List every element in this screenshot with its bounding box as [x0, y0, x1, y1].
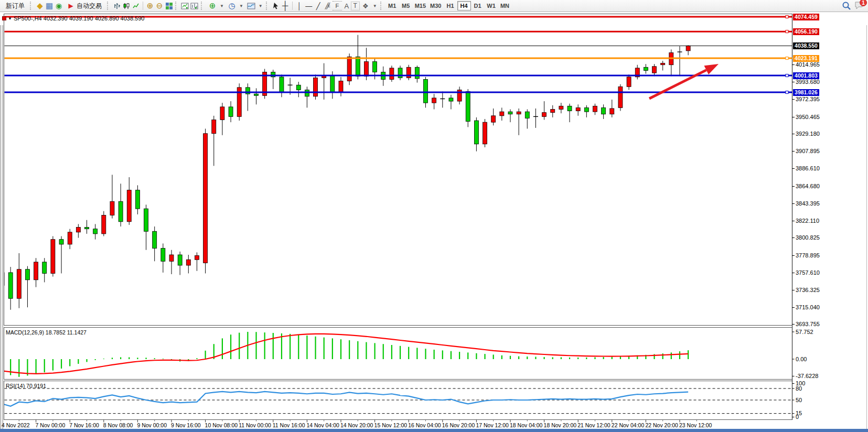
vertical-line-tool-icon[interactable]: │ [295, 1, 304, 10]
candle-body [17, 269, 21, 299]
timeframe-button-m15[interactable]: M15 [413, 1, 428, 10]
fibonacci-tool-icon[interactable]: F [333, 1, 342, 10]
candle-body [432, 98, 436, 103]
chevron-down-icon: ▼ [373, 4, 377, 8]
line-handle[interactable] [786, 57, 788, 60]
search-icon[interactable] [842, 1, 851, 10]
time-axis-label: 10 Nov 08:00 [205, 422, 238, 428]
timeframe-button-h1[interactable]: H1 [444, 1, 457, 10]
autotrade-icon: ▶ [67, 1, 74, 10]
line-chart-icon[interactable] [131, 1, 141, 10]
candle-body [330, 75, 335, 92]
candle-body [220, 107, 224, 120]
candle-body [59, 240, 63, 244]
price-tick-label: 3800.825 [796, 234, 820, 241]
chart-window-icon[interactable] [180, 1, 190, 10]
toolbar-grip [30, 2, 34, 10]
channel-tool-icon[interactable]: ╱╱E [323, 1, 333, 10]
timeframe-button-w1[interactable]: W1 [485, 1, 498, 10]
toolbar-separator [143, 2, 143, 10]
time-axis-label: 17 Nov 12:00 [476, 422, 508, 428]
crosshair-icon[interactable]: ┼ [281, 1, 290, 10]
cursor-icon[interactable] [271, 1, 281, 10]
timeframe-button-m30[interactable]: M30 [428, 1, 443, 10]
macd-indicator-label: MACD(12,26,9) 18.7852 11.1427 [6, 329, 87, 336]
time-axis-label: 7 Nov 16:00 [69, 422, 99, 428]
candle-body [449, 98, 453, 101]
candle-body [229, 107, 233, 117]
price-line-badge: 4056.190 [793, 28, 819, 35]
trendline-tool-icon[interactable]: ╱ [314, 1, 323, 10]
candle-body [525, 112, 529, 118]
chart-canvas[interactable] [0, 0, 868, 432]
timeframe-button-m1[interactable]: M1 [385, 1, 399, 10]
candle-body [661, 63, 665, 65]
candle-body [686, 46, 690, 51]
time-axis-label: 9 Nov 16:00 [171, 422, 201, 428]
zoom-out-icon[interactable]: ⊖ [155, 1, 164, 10]
line-handle[interactable] [786, 30, 788, 33]
toolbar-grip [201, 2, 205, 10]
candle-body [542, 113, 546, 117]
toolbar-grip [266, 2, 270, 10]
signal-icon[interactable]: ◉ [54, 1, 63, 10]
timeframe-button-d1[interactable]: D1 [471, 1, 485, 10]
candle-body [254, 94, 259, 95]
candle-body [483, 122, 487, 144]
timeframe-button-mn[interactable]: MN [498, 1, 512, 10]
candle-body [474, 121, 478, 144]
templates-button[interactable]: ▼ [245, 0, 264, 12]
candlestick-chart-icon[interactable] [122, 1, 131, 10]
candle-body [567, 106, 572, 111]
time-axis-label: 14 Nov 04:00 [306, 422, 339, 428]
line-handle[interactable] [786, 16, 788, 18]
symbol-dropdown-icon[interactable]: ▼ [8, 16, 12, 21]
shapes-button[interactable]: ❖▼ [359, 0, 379, 12]
label-tool-icon[interactable]: T [351, 2, 359, 10]
candle-body [618, 87, 623, 107]
bar-chart-icon[interactable] [112, 1, 122, 10]
time-axis-label: 22 Nov 20:00 [645, 422, 678, 428]
chart-title-row: ▼ SP500-,H4 4032.390 4039.190 4026.890 4… [2, 15, 144, 21]
timeframe-button-h4[interactable]: H4 [457, 1, 471, 10]
text-tool-icon[interactable]: A [342, 1, 351, 10]
zoom-in-icon[interactable]: ⊕ [145, 1, 155, 10]
autotrade-button[interactable]: ▶ 自动交易 [63, 0, 105, 12]
main-toolbar: 新订单 ◆ ▦ ◉ ▶ 自动交易 ⊕ ⊖ ⊕▼ ◷▼ ▼ ┼ [0, 0, 868, 12]
candle-body [25, 269, 29, 280]
market-watch-icon[interactable]: ◆ [35, 1, 45, 10]
macd-scale-label: 0.00 [796, 356, 807, 362]
line-handle[interactable] [786, 91, 788, 94]
candle-body [212, 120, 216, 134]
time-axis-label: 16 Nov 20:00 [442, 422, 475, 428]
candle-body [68, 232, 72, 244]
panel-frame [4, 328, 792, 380]
time-axis-label: 21 Nov 12:00 [577, 422, 610, 428]
window-left-edge [0, 25, 3, 432]
periods-button[interactable]: ◷▼ [226, 0, 245, 12]
rsi-indicator-label: RSI(14) 70.9191 [6, 383, 46, 389]
add-indicator-icon: ⊕ [208, 1, 217, 10]
candle-body [356, 57, 360, 76]
candle-body [296, 85, 301, 90]
toolbar-grip [175, 2, 179, 10]
tile-windows-icon[interactable] [164, 1, 174, 10]
candle-body [195, 256, 199, 260]
new-order-button[interactable]: 新订单 [2, 0, 28, 12]
notifications-button[interactable]: 1 [854, 1, 865, 11]
candle-body [110, 201, 114, 215]
price-tick-label: 3757.610 [796, 269, 820, 276]
time-axis-label: 16 Nov 04:00 [408, 422, 441, 428]
line-handle[interactable] [786, 74, 788, 77]
price-line-badge: 4074.459 [793, 14, 819, 20]
indicators-button[interactable]: ⊕▼ [206, 0, 226, 12]
one-click-trading-icon[interactable] [2, 16, 6, 20]
horizontal-line-tool-icon[interactable]: — [304, 1, 314, 10]
rsi-scale-label: 0 [796, 414, 799, 420]
terminal-icon[interactable]: ▦ [45, 1, 54, 10]
price-line-badge: 4001.803 [793, 72, 819, 79]
price-tick-label: 3778.895 [796, 252, 820, 258]
time-axis-label: 18 Nov 04:00 [510, 422, 542, 428]
chart-shift-icon[interactable] [190, 1, 199, 10]
timeframe-button-m5[interactable]: M5 [399, 1, 413, 10]
